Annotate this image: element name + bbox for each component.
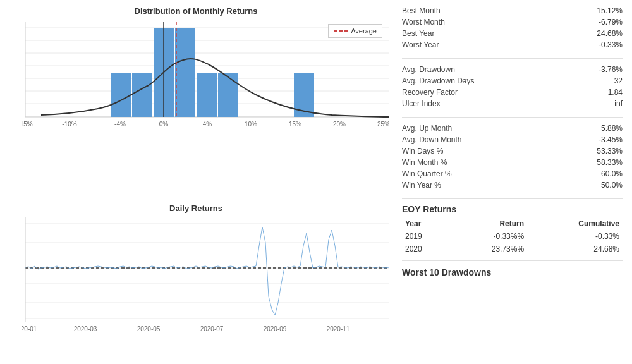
avg-drawdown-days-value: 32 (614, 76, 623, 85)
divider-1 (402, 58, 623, 59)
best-year-value: 24.68% (597, 29, 623, 38)
svg-text:2020-05: 2020-05 (137, 325, 161, 332)
distribution-svg: 14 12 10 8 6 4 2 0 (22, 19, 389, 196)
worst-month-label: Worst Month (402, 18, 445, 27)
avg-drawdown-value: -3.76% (599, 65, 623, 74)
ulcer-index-label: Ulcer Index (402, 99, 441, 108)
best-month-label: Best Month (402, 6, 441, 15)
recovery-factor-label: Recovery Factor (402, 88, 458, 97)
svg-text:25%: 25% (377, 121, 389, 128)
distribution-chart-section: Distribution of Monthly Returns Average … (3, 6, 389, 202)
chart-legend: Average (328, 24, 382, 38)
ulcer-index-value: inf (614, 99, 623, 108)
avg-down-month-label: Avg. Down Month (402, 135, 462, 144)
eoy-year: 2020 (402, 243, 449, 255)
left-panel: Distribution of Monthly Returns Average … (0, 0, 392, 364)
stat-avg-drawdown: Avg. Drawdown -3.76% (402, 64, 623, 75)
stat-best-year: Best Year 24.68% (402, 28, 623, 39)
win-days-label: Win Days % (402, 147, 443, 155)
eoy-cumulative: -0.33% (527, 230, 623, 243)
bar-15 (294, 73, 314, 117)
bar-4 (197, 73, 217, 117)
daily-chart-title: Daily Returns (3, 203, 389, 213)
legend-line (334, 30, 348, 32)
eoy-cumulative: 24.68% (527, 243, 623, 255)
stat-worst-year: Worst Year -0.33% (402, 39, 623, 51)
stat-avg-up-month: Avg. Up Month 5.88% (402, 123, 623, 134)
bar-2 (175, 28, 195, 117)
divider-3 (402, 198, 623, 199)
divider-2 (402, 117, 623, 118)
avg-drawdown-label: Avg. Drawdown (402, 65, 455, 74)
stats-group-2: Avg. Drawdown -3.76% Avg. Drawdown Days … (402, 64, 623, 109)
svg-text:15%: 15% (289, 121, 301, 128)
eoy-title: EOY Returns (402, 204, 623, 214)
win-month-label: Win Month % (402, 158, 447, 167)
stat-win-year: Win Year % 50.0% (402, 179, 623, 191)
avg-up-month-label: Avg. Up Month (402, 124, 452, 133)
stat-avg-drawdown-days: Avg. Drawdown Days 32 (402, 75, 623, 87)
table-row: 202023.73%%24.68% (402, 243, 623, 255)
svg-text:2020-09: 2020-09 (264, 325, 287, 332)
stat-best-month: Best Month 15.12% (402, 5, 623, 16)
daily-line (25, 227, 389, 315)
eoy-return: -0.33%% (449, 230, 527, 243)
recovery-factor-value: 1.84 (608, 88, 623, 97)
win-days-value: 53.33% (597, 147, 623, 155)
right-panel: Best Month 15.12% Worst Month -6.79% Bes… (392, 0, 632, 364)
worst-drawdowns-title: Worst 10 Drawdowns (402, 267, 623, 277)
avg-up-month-value: 5.88% (601, 124, 623, 133)
daily-returns-section: Daily Returns 5% 2% 0% -2% -5% -8% (3, 203, 389, 337)
avg-drawdown-days-label: Avg. Drawdown Days (402, 76, 475, 85)
stat-recovery-factor: Recovery Factor 1.84 (402, 87, 623, 98)
win-month-value: 58.33% (597, 158, 623, 167)
svg-text:20%: 20% (333, 121, 346, 128)
avg-down-month-value: -3.45% (599, 135, 623, 144)
svg-text:-4%: -4% (114, 121, 126, 128)
eoy-table: Year Return Cumulative 2019-0.33%%-0.33%… (402, 217, 623, 255)
win-year-label: Win Year % (402, 181, 441, 190)
svg-text:10%: 10% (245, 121, 257, 128)
stat-worst-month: Worst Month -6.79% (402, 16, 623, 28)
col-header-year: Year (402, 217, 449, 230)
svg-text:2020-07: 2020-07 (200, 325, 224, 332)
eoy-year: 2019 (402, 230, 449, 243)
svg-text:-15%: -15% (22, 121, 33, 128)
worst-year-label: Worst Year (402, 40, 439, 49)
svg-text:0%: 0% (159, 121, 169, 128)
bar-neg4 (111, 73, 131, 117)
stats-group-3: Avg. Up Month 5.88% Avg. Down Month -3.4… (402, 123, 623, 191)
best-month-value: 15.12% (597, 6, 623, 15)
stat-win-quarter: Win Quarter % 60.0% (402, 168, 623, 179)
svg-text:2020-01: 2020-01 (22, 325, 37, 332)
svg-text:4%: 4% (203, 121, 212, 128)
win-quarter-label: Win Quarter % (402, 169, 452, 178)
worst-year-value: -0.33% (599, 40, 623, 49)
stat-ulcer-index: Ulcer Index inf (402, 98, 623, 109)
stat-win-month: Win Month % 58.33% (402, 157, 623, 168)
svg-text:2020-11: 2020-11 (327, 325, 350, 332)
win-year-value: 50.0% (601, 181, 623, 190)
daily-returns-svg: 5% 2% 0% -2% -5% -8% (22, 214, 389, 337)
worst-drawdowns-section: Worst 10 Drawdowns (402, 267, 623, 277)
col-header-cumulative: Cumulative (527, 217, 623, 230)
stats-group-1: Best Month 15.12% Worst Month -6.79% Bes… (402, 5, 623, 51)
svg-text:-10%: -10% (62, 121, 76, 128)
table-row: 2019-0.33%%-0.33% (402, 230, 623, 243)
col-header-return: Return (449, 217, 527, 230)
main-container: Distribution of Monthly Returns Average … (0, 0, 632, 364)
eoy-section: EOY Returns Year Return Cumulative 2019-… (402, 204, 623, 255)
bar-6 (218, 73, 238, 117)
win-quarter-value: 60.0% (601, 169, 623, 178)
best-year-label: Best Year (402, 29, 434, 38)
bar-neg2 (132, 73, 152, 117)
stat-win-days: Win Days % 53.33% (402, 145, 623, 157)
divider-4 (402, 260, 623, 261)
svg-text:2020-03: 2020-03 (74, 325, 97, 332)
stat-avg-down-month: Avg. Down Month -3.45% (402, 134, 623, 145)
worst-month-value: -6.79% (599, 18, 623, 27)
eoy-return: 23.73%% (449, 243, 527, 255)
legend-label: Average (351, 27, 377, 35)
dist-chart-title: Distribution of Monthly Returns (3, 6, 389, 16)
